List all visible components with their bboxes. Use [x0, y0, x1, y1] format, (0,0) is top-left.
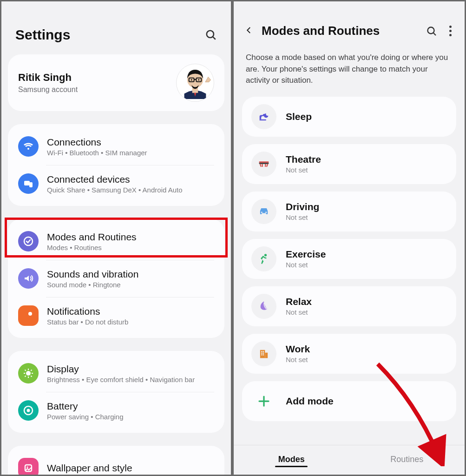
profile-sub: Samsung account — [18, 86, 78, 94]
svg-rect-40 — [263, 353, 264, 354]
row-text: Modes and Routines Modes • Routines — [47, 231, 137, 251]
mode-text: Exercise Not set — [286, 249, 326, 269]
wallpaper-icon — [18, 458, 39, 476]
profile-name: Ritik Singh — [18, 72, 78, 84]
battery-icon — [18, 400, 39, 421]
mode-exercise[interactable]: Exercise Not set — [242, 239, 456, 279]
svg-point-28 — [428, 27, 434, 33]
mode-work[interactable]: Work Not set — [242, 334, 456, 374]
modes-header: Modes and Routines — [234, 1, 465, 44]
mode-sub: Not set — [286, 213, 319, 221]
settings-group-1: Modes and Routines Modes • Routines Soun… — [8, 219, 224, 338]
modes-icon — [18, 231, 39, 251]
svg-rect-31 — [259, 161, 269, 163]
mode-sub: Not set — [286, 261, 326, 269]
svg-line-29 — [433, 33, 436, 35]
row-modes-and-routines[interactable]: Modes and Routines Modes • Routines — [8, 223, 224, 260]
row-sub: Power saving • Charging — [47, 413, 124, 421]
mode-title: Work — [286, 344, 310, 355]
svg-point-27 — [26, 466, 28, 468]
row-notifications[interactable]: Notifications Status bar • Do not distur… — [8, 297, 224, 334]
mode-sleep[interactable]: Sleep — [242, 97, 456, 137]
header-actions — [426, 24, 453, 38]
row-sub: Modes • Routines — [47, 244, 137, 251]
row-title: Connections — [47, 137, 147, 148]
row-display[interactable]: Display Brightness • Eye comfort shield … — [8, 355, 224, 392]
row-connections[interactable]: Connections Wi-Fi • Bluetooth • SIM mana… — [8, 128, 224, 165]
row-sub: Status bar • Do not disturb — [47, 318, 128, 326]
relax-icon — [251, 294, 276, 319]
search-icon[interactable] — [205, 29, 217, 41]
row-wallpaper[interactable]: Wallpaper and style — [8, 450, 224, 476]
mode-driving[interactable]: Driving Not set — [242, 192, 456, 231]
row-connected-devices[interactable]: Connected devices Quick Share • Samsung … — [8, 165, 224, 202]
modes-title: Modes and Routines — [262, 24, 418, 38]
exercise-icon — [251, 246, 276, 271]
svg-point-8 — [191, 79, 192, 80]
mode-text: Add mode — [286, 396, 334, 407]
row-text: Notifications Status bar • Do not distur… — [47, 306, 128, 326]
plus-icon — [251, 389, 276, 414]
svg-rect-12 — [29, 182, 33, 187]
tab-modes[interactable]: Modes — [234, 445, 349, 475]
mode-sub: Not set — [286, 356, 310, 364]
back-icon[interactable] — [245, 26, 253, 36]
avatar[interactable] — [176, 64, 214, 102]
notifications-icon — [18, 305, 39, 326]
row-title: Connected devices — [47, 174, 183, 185]
row-text: Connections Wi-Fi • Bluetooth • SIM mana… — [47, 137, 147, 157]
row-sounds-vibration[interactable]: Sounds and vibration Sound mode • Ringto… — [8, 260, 224, 297]
svg-point-9 — [198, 79, 199, 80]
sleep-icon — [251, 104, 276, 129]
mode-relax[interactable]: Relax Not set — [242, 286, 456, 326]
mode-text: Work Not set — [286, 344, 310, 364]
row-text: Display Brightness • Eye comfort shield … — [47, 364, 195, 383]
settings-title: Settings — [15, 27, 70, 43]
mode-title: Relax — [286, 296, 312, 307]
mode-title: Exercise — [286, 249, 326, 260]
mode-list: Sleep Theatre Not set Driving Not set — [234, 97, 465, 445]
svg-rect-42 — [263, 354, 264, 355]
bottom-tabs: Modes Routines — [234, 445, 465, 475]
devices-icon — [18, 173, 39, 194]
svg-point-15 — [26, 371, 31, 376]
add-mode[interactable]: Add mode — [242, 381, 456, 421]
svg-line-1 — [213, 37, 215, 39]
driving-icon — [251, 199, 276, 224]
row-sub: Brightness • Eye comfort shield • Naviga… — [47, 376, 195, 383]
row-sub: Wi-Fi • Bluetooth • SIM manager — [47, 149, 147, 157]
modes-routines-screen: Modes and Routines Choose a mode based o… — [232, 0, 466, 476]
svg-line-22 — [25, 376, 26, 377]
svg-line-21 — [31, 376, 32, 377]
svg-point-14 — [28, 312, 32, 316]
display-icon — [18, 363, 39, 383]
settings-group-3: Wallpaper and style — [8, 446, 224, 476]
mode-text: Relax Not set — [286, 296, 312, 316]
settings-screen: Settings Ritik Singh Samsung account — [0, 0, 232, 476]
row-sub: Quick Share • Samsung DeX • Android Auto — [47, 186, 183, 194]
tab-routines[interactable]: Routines — [349, 445, 465, 475]
wifi-icon — [18, 136, 39, 157]
row-title: Battery — [47, 401, 124, 412]
profile-card[interactable]: Ritik Singh Samsung account — [8, 54, 224, 111]
svg-rect-41 — [261, 354, 262, 355]
row-title: Display — [47, 364, 195, 375]
more-icon[interactable] — [447, 24, 453, 38]
svg-line-23 — [31, 370, 32, 371]
row-text: Sounds and vibration Sound mode • Ringto… — [47, 269, 138, 289]
svg-rect-35 — [260, 350, 265, 358]
mode-theatre[interactable]: Theatre Not set — [242, 144, 456, 184]
mode-text: Sleep — [286, 111, 312, 122]
svg-rect-11 — [24, 181, 30, 185]
mode-text: Driving Not set — [286, 201, 319, 221]
sound-icon — [18, 268, 39, 289]
search-icon[interactable] — [426, 26, 437, 37]
mode-sub: Not set — [286, 166, 321, 174]
modes-description: Choose a mode based on what you're doing… — [234, 44, 465, 97]
row-battery[interactable]: Battery Power saving • Charging — [8, 392, 224, 429]
row-text: Connected devices Quick Share • Samsung … — [47, 174, 183, 194]
svg-rect-36 — [265, 353, 268, 358]
settings-group-2: Display Brightness • Eye comfort shield … — [8, 351, 224, 433]
svg-point-32 — [261, 212, 263, 213]
svg-rect-39 — [261, 353, 262, 354]
